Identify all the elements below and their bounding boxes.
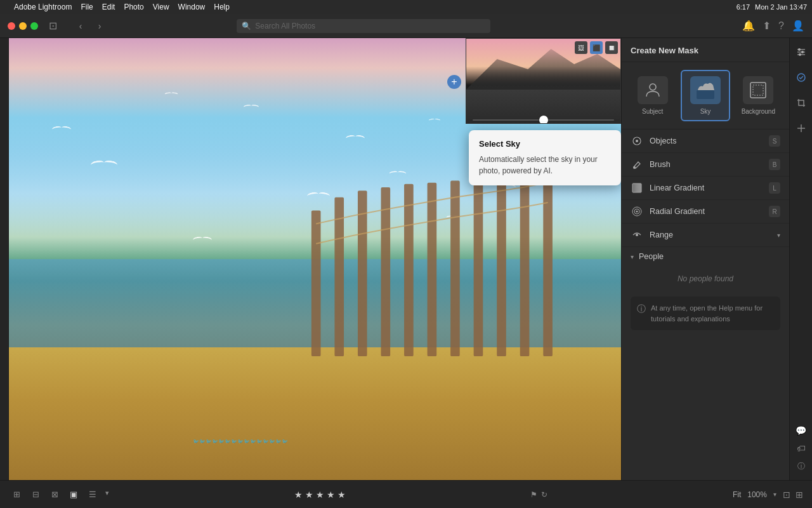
search-placeholder: Search All Photos <box>255 22 315 30</box>
traffic-light-green[interactable] <box>30 22 38 30</box>
sidebar-toggle-button[interactable]: ⊡ <box>44 20 61 32</box>
brush-icon <box>631 158 643 171</box>
radial-gradient-label: Radial Gradient <box>650 207 763 216</box>
icon-strip-crop[interactable] <box>792 94 810 112</box>
subject-icon-box <box>638 76 668 104</box>
pier-svg <box>284 157 591 356</box>
svg-rect-14 <box>753 85 763 95</box>
add-mask-button[interactable]: + <box>447 75 461 89</box>
sky-icon-box <box>690 76 721 104</box>
range-expand-icon[interactable]: ▾ <box>777 232 780 239</box>
thumb-image-btn[interactable]: 🖼 <box>575 41 587 54</box>
star-rating[interactable]: ★ ★ ★ ★ ★ <box>294 490 346 500</box>
back-button[interactable]: ‹ <box>72 20 89 32</box>
rotate-icon[interactable]: ↻ <box>541 490 547 499</box>
sky-icon <box>697 81 714 99</box>
star-2[interactable]: ★ <box>305 490 313 500</box>
svg-point-16 <box>636 140 638 142</box>
no-people-text: No people found <box>678 274 733 283</box>
traffic-light-yellow[interactable] <box>19 22 27 30</box>
star-4[interactable]: ★ <box>327 490 335 500</box>
view-chevron-icon[interactable]: ▾ <box>105 489 109 500</box>
linear-gradient-icon <box>631 182 643 194</box>
icon-strip-mask[interactable] <box>792 69 810 86</box>
people-header[interactable]: ▾ People <box>622 247 789 266</box>
icon-strip-tag[interactable]: 🏷 <box>792 439 810 457</box>
info-panel-icon[interactable]: ⊞ <box>796 490 803 500</box>
nav-buttons: ‹ › <box>72 20 108 32</box>
brush-item[interactable]: Brush B <box>622 153 789 177</box>
seagull <box>91 161 117 170</box>
objects-item[interactable]: Objects S <box>622 130 789 153</box>
grid-view-btn[interactable]: ⊞ <box>9 489 24 500</box>
menu-file[interactable]: File <box>81 3 93 11</box>
notification-icon[interactable]: 🔔 <box>742 20 755 32</box>
thumb-slider-track[interactable] <box>473 119 614 121</box>
svg-rect-10 <box>544 174 553 356</box>
grid-2-view-btn[interactable]: ⊟ <box>28 489 43 500</box>
left-panel <box>0 38 9 480</box>
search-bar[interactable]: 🔍 Search All Photos <box>237 19 490 33</box>
menu-photo[interactable]: Photo <box>124 3 143 11</box>
menu-help[interactable]: Help <box>214 3 230 11</box>
icon-strip-info[interactable]: ⓘ <box>792 457 810 475</box>
icon-strip-heal[interactable] <box>792 119 810 137</box>
thumb-mask-btn[interactable]: ⬛ <box>590 41 603 54</box>
svg-rect-4 <box>404 184 414 356</box>
sky-tooltip: Select Sky Automatically select the sky … <box>469 130 621 185</box>
svg-rect-5 <box>428 183 437 357</box>
svg-rect-9 <box>520 176 530 356</box>
menu-app-name[interactable]: Adobe Lightroom <box>14 3 72 11</box>
icon-strip: 💬 🏷 ⓘ <box>789 38 812 480</box>
linear-gradient-item[interactable]: Linear Gradient L <box>622 177 789 200</box>
menu-bar-left: Adobe Lightroom File Edit Photo View Win… <box>5 3 230 11</box>
list-view-btn[interactable]: ☰ <box>85 489 100 500</box>
profile-icon[interactable]: 👤 <box>792 20 804 32</box>
share-icon[interactable]: ⬆ <box>763 20 771 32</box>
mask-option-subject[interactable]: Subject <box>628 70 677 121</box>
icon-strip-chat[interactable]: 💬 <box>792 422 810 439</box>
svg-point-11 <box>650 84 656 90</box>
star-5[interactable]: ★ <box>337 490 346 500</box>
zoom-value: 100% <box>747 490 767 499</box>
flag-icon[interactable]: ⚑ <box>530 490 537 499</box>
filmstrip-icons: ⊡ ⊞ <box>783 490 803 500</box>
star-3[interactable]: ★ <box>316 490 324 500</box>
star-1[interactable]: ★ <box>294 490 303 500</box>
radial-gradient-item[interactable]: Radial Gradient R <box>622 200 789 224</box>
traffic-light-red[interactable] <box>8 22 15 30</box>
radial-gradient-shortcut: R <box>769 206 780 217</box>
menu-edit[interactable]: Edit <box>102 3 115 11</box>
thumb-overlay-btn[interactable]: 🔲 <box>605 41 618 54</box>
mask-option-sky[interactable]: Sky <box>681 70 730 121</box>
right-panel: Create New Mask Subject <box>621 38 789 480</box>
menu-window[interactable]: Window <box>178 3 206 11</box>
svg-point-22 <box>636 234 638 236</box>
thumb-slider[interactable] <box>473 119 614 121</box>
range-item[interactable]: Range ▾ <box>622 224 789 247</box>
fit-label[interactable]: Fit <box>733 490 741 499</box>
svg-point-21 <box>636 211 638 213</box>
tooltip-description: Automatically select the sky in your pho… <box>479 154 611 177</box>
radial-gradient-icon <box>631 205 643 218</box>
svg-rect-1 <box>335 197 344 357</box>
grid-3-view-btn[interactable]: ⊠ <box>47 489 62 500</box>
thumb-slider-knob[interactable] <box>539 116 548 124</box>
svg-point-17 <box>633 166 636 169</box>
mask-option-background[interactable]: Background <box>734 70 783 121</box>
svg-rect-12 <box>697 90 714 99</box>
seagull <box>193 237 212 243</box>
icon-strip-sliders[interactable] <box>792 43 810 61</box>
forward-button[interactable]: › <box>91 20 108 32</box>
people-section-label: People <box>639 252 664 261</box>
seagull <box>346 135 365 142</box>
info-icon[interactable]: ? <box>778 20 784 32</box>
single-view-btn[interactable]: ▣ <box>66 489 81 500</box>
zoom-chevron-icon[interactable]: ▾ <box>773 491 776 498</box>
compare-icon[interactable]: ⊡ <box>783 490 790 500</box>
linear-gradient-label: Linear Gradient <box>650 184 763 192</box>
menu-view[interactable]: View <box>153 3 169 11</box>
background-icon <box>749 81 767 99</box>
objects-icon <box>631 135 643 147</box>
objects-shortcut: S <box>769 135 780 147</box>
